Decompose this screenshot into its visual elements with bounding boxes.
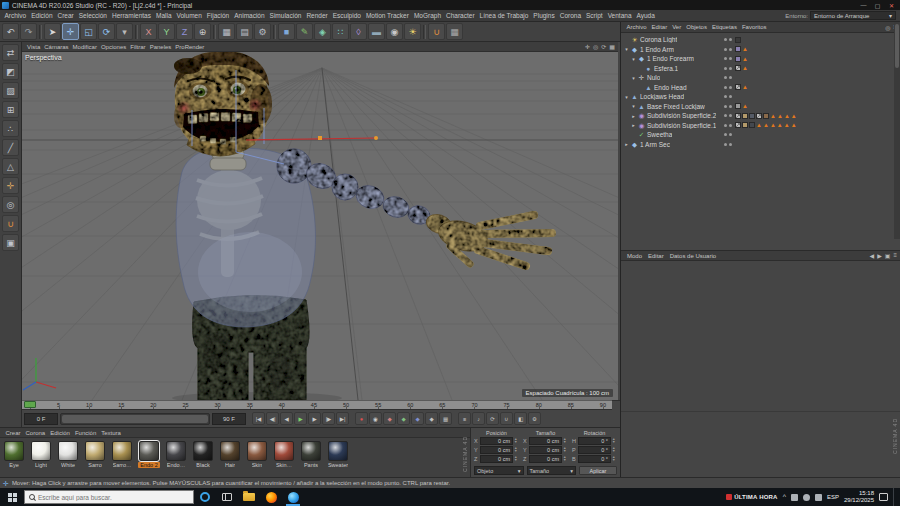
sound-toggle-button[interactable]: ♪ [472,412,485,425]
visibility-dot-editor[interactable] [724,133,727,136]
spinner-icon[interactable]: ▲▼ [612,447,617,454]
goto-start-button[interactable]: |◀ [252,412,265,425]
coord-size-select[interactable]: Tamaño ▾ [527,466,577,475]
viewport-menu-modificar[interactable]: Modificar [71,44,99,50]
close-button[interactable]: ✕ [885,1,898,10]
visibility-dot-editor[interactable] [724,48,727,51]
play-button[interactable]: ▶ [294,412,307,425]
timeline-tick[interactable]: 35 [247,401,253,409]
object-row[interactable]: ▾◆1 Endo Forearm▲ [621,54,900,64]
phong-tag-icon[interactable]: ▲ [742,103,748,109]
phong-tag-icon[interactable]: ▲ [756,122,762,128]
visibility-dots[interactable] [721,114,735,117]
menu-malla[interactable]: Malla [153,12,174,19]
viewport-menu-vista[interactable]: Vista [25,44,42,50]
visibility-dot-editor[interactable] [724,57,727,60]
timeline-tick[interactable]: 55 [375,401,381,409]
minimize-button[interactable]: — [857,1,870,10]
render-view-icon[interactable]: ▦ [218,23,235,40]
network-icon[interactable] [791,494,798,501]
coordinate-field[interactable]: 0 ° [578,437,611,445]
attributes-tab-editar[interactable]: Editar [645,253,667,259]
start-frame-field[interactable]: 0 F [24,413,58,425]
record-scale-button[interactable]: ◆ [397,412,410,425]
object-row[interactable]: ☀Corona Light [621,35,900,45]
materials-menu-crear[interactable]: Crear [3,430,23,436]
visibility-dots[interactable] [721,38,735,41]
expander-icon[interactable]: ▾ [623,94,630,100]
texture-tag-icon[interactable] [749,113,755,119]
snap-settings-icon[interactable]: ∪ [428,23,445,40]
menu-ayuda[interactable]: Ayuda [634,12,657,19]
record-position-button[interactable]: ◆ [383,412,396,425]
visibility-dot-render[interactable] [729,143,732,146]
visibility-dot-editor[interactable] [724,38,727,41]
rotate-tool-icon[interactable]: ⟳ [98,23,115,40]
add-primitive-cube-icon[interactable]: ■ [278,23,295,40]
timeline-tick[interactable]: 70 [471,401,477,409]
locked-workplane-icon[interactable]: ▣ [2,234,19,251]
visibility-dot-editor[interactable] [724,76,727,79]
visibility-dots[interactable] [721,105,735,108]
object-row[interactable]: ▾▲Base Fixed Lockjaw▲ [621,102,900,112]
spinner-icon[interactable]: ▲▼ [563,447,568,454]
visibility-dot-editor[interactable] [724,86,727,89]
title-bar[interactable]: CINEMA 4D R20.026 Studio (RC - R20) - [L… [0,0,900,10]
visibility-dot-render[interactable] [729,133,732,136]
texture-tag-icon[interactable] [742,122,748,128]
task-view-button[interactable] [216,488,238,506]
pan-view-icon[interactable]: ✛ [585,43,590,50]
menu-esculpido[interactable]: Esculpido [330,12,363,19]
phong-tag-icon[interactable]: ▲ [784,113,790,119]
news-widget[interactable]: ÚLTIMA HORA [726,494,778,500]
timeline-playhead[interactable] [24,401,36,408]
viewport-menu-opciones[interactable]: Opciones [99,44,128,50]
lock-y-axis-icon[interactable]: Y [158,23,175,40]
timeline-tick[interactable]: 85 [568,401,574,409]
timeline-tick[interactable]: 10 [86,401,92,409]
spinner-down-icon[interactable]: ▼ [563,441,568,445]
material-item-black[interactable]: Black [191,441,215,468]
add-mograph-icon[interactable]: ∷ [332,23,349,40]
texture-tag-icon[interactable] [735,103,741,109]
menu-render[interactable]: Render [304,12,330,19]
visibility-dot-render[interactable] [729,67,732,70]
spinner-icon[interactable]: ▲▼ [563,456,568,463]
viewport-menu-camaras[interactable]: Cámaras [42,44,70,50]
object-row[interactable]: ▸◆1 Arm Sec [621,140,900,150]
visibility-dot-render[interactable] [729,114,732,117]
material-item-white[interactable]: White [56,441,80,468]
attr-nav-back-icon[interactable]: ◀ [870,252,875,259]
points-mode-icon[interactable]: ∴ [2,120,19,137]
spinner-icon[interactable]: ▲▼ [514,447,519,454]
attr-lock-icon[interactable]: ▣ [885,252,891,259]
coordinate-field[interactable]: 0 cm [480,446,513,454]
add-deformer-icon[interactable]: ◊ [350,23,367,40]
materials-menu-funcion[interactable]: Función [72,430,98,436]
add-camera-icon[interactable]: ◉ [386,23,403,40]
material-item-eye[interactable]: Eye [2,441,26,468]
expander-icon[interactable]: ▸ [623,141,630,147]
timeline-settings-button[interactable]: ⚙ [528,412,541,425]
visibility-dot-render[interactable] [729,86,732,89]
visibility-dot-render[interactable] [729,38,732,41]
spinner-down-icon[interactable]: ▼ [612,450,617,454]
materials-menu-edicion[interactable]: Edición [48,430,73,436]
file-explorer-button[interactable] [238,488,260,506]
texture-tag-icon[interactable] [735,56,741,62]
material-item-skin[interactable]: Skin… [272,441,296,468]
visibility-dot-render[interactable] [729,48,732,51]
menu-character[interactable]: Character [444,12,478,19]
keyboard-language[interactable]: ESP [827,494,839,500]
visibility-dot-editor[interactable] [724,67,727,70]
lock-z-axis-icon[interactable]: Z [176,23,193,40]
timeline-tick[interactable]: 45 [311,401,317,409]
om-menu-editar[interactable]: Editar [649,24,670,30]
spinner-down-icon[interactable]: ▼ [514,450,519,454]
texture-tag-icon[interactable] [735,65,741,71]
timeline-tick[interactable]: 90 [600,401,606,409]
menu-plugins[interactable]: Plugins [531,12,557,19]
object-list-scrollbar-handle[interactable] [895,24,899,68]
add-spline-pen-icon[interactable]: ✎ [296,23,313,40]
phong-tag-icon[interactable]: ▲ [770,122,776,128]
